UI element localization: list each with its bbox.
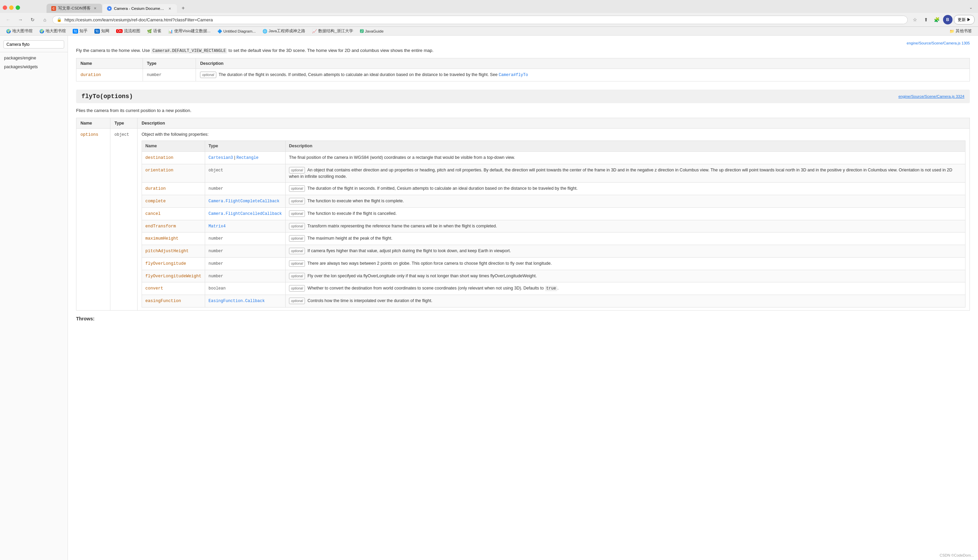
- content-inner: engine/Source/Scene/Camera.js 1305 Fly t…: [68, 36, 978, 335]
- flyto-source-link[interactable]: engine/Source/Scene/Camera.js 3324: [898, 94, 965, 98]
- bookmark-icon: 📊: [168, 29, 173, 33]
- bookmark-visio[interactable]: 📊 使用Visio建立数据...: [165, 28, 213, 34]
- desc-complete: optional The function to execute when th…: [285, 195, 965, 208]
- tab-cesium[interactable]: ● Camera - Cesium Documenta... ✕: [102, 4, 177, 13]
- param-duration2: duration: [145, 186, 166, 191]
- tab-close-csdn[interactable]: ✕: [93, 6, 97, 11]
- optional-badge-easing: optional: [289, 298, 305, 304]
- bookmark-more[interactable]: 📁 其他书签: [947, 28, 975, 34]
- address-bar[interactable]: 🔒 https://cesium.com/learn/cesiumjs/ref-…: [52, 16, 908, 24]
- extensions-button[interactable]: 🧩: [932, 15, 942, 25]
- desc-flyoverlonweight: optional Fly over the lon specifyed via …: [285, 270, 965, 282]
- table-row: maximumHeight number optional The maximu…: [142, 232, 965, 245]
- bookmark-yuque[interactable]: 🌿 语雀: [144, 28, 164, 34]
- desc-convert: optional Whether to convert the destinat…: [285, 282, 965, 295]
- update-button[interactable]: 更新 ▶: [954, 15, 975, 25]
- flyto-section-header: flyTo(options) engine/Source/Scene/Camer…: [76, 90, 970, 103]
- type-number2: number: [209, 186, 223, 191]
- back-button[interactable]: ←: [3, 15, 13, 25]
- optional-badge-maxheight: optional: [289, 235, 305, 242]
- bookmark-flow[interactable]: On 流流程图: [113, 28, 143, 34]
- bookmarks-bar: 🌍 地大图书馆 🌍 地大图书馆 知 知乎 知 知网 On 流流程图 🌿 语雀 📊…: [0, 27, 978, 36]
- type-matrix4-link[interactable]: Matrix4: [209, 224, 225, 229]
- table-row: endTransform Matrix4 optional Transform …: [142, 220, 965, 232]
- profile-button[interactable]: B: [943, 15, 953, 25]
- type-cartesian3-link[interactable]: Cartesian3: [209, 155, 233, 160]
- camera-flyto-link[interactable]: Camera#flyTo: [499, 73, 528, 77]
- bookmark-zhihu[interactable]: 知 知乎: [70, 28, 90, 34]
- bookmark-icon: 🌍: [6, 29, 11, 33]
- bookmark-label: 地大图书馆: [12, 28, 33, 33]
- param-orientation: orientation: [145, 168, 174, 173]
- table-row: flyOverLongitudeWeight number optional F…: [142, 270, 965, 282]
- nested-th-type: Type: [205, 141, 285, 152]
- desc-maxheight: optional The maximum height at the peak …: [285, 232, 965, 245]
- param-convert: convert: [145, 286, 164, 291]
- optional-badge-cancel: optional: [289, 210, 305, 217]
- bookmark-diagram[interactable]: 🔷 Untitled Diagram...: [215, 28, 259, 34]
- desc-easingfunction: optional Controls how the time is interp…: [285, 295, 965, 307]
- bookmark-label: Untitled Diagram...: [224, 29, 256, 33]
- type-number6: number: [209, 274, 223, 278]
- param-duration: duration: [80, 73, 101, 77]
- type-easing-link[interactable]: EasingFunction.Callback: [209, 299, 265, 303]
- forward-button[interactable]: →: [16, 15, 25, 25]
- bookmark-ds[interactable]: 📈 数据结构_浙江大学: [309, 28, 355, 34]
- bookmark-library1[interactable]: 🌍 地大图书馆: [3, 28, 35, 34]
- table-row: pitchAdjustHeight number optional If cam…: [142, 245, 965, 258]
- home-button[interactable]: ⌂: [40, 15, 50, 25]
- sidebar-item-widgets[interactable]: packages/widgets: [0, 62, 68, 71]
- tab-label-csdn: 写文章-CSDN博客: [58, 6, 91, 11]
- param-cancel: cancel: [145, 212, 160, 216]
- table-row-options: options object Object with the following…: [77, 128, 970, 310]
- intro-table: Name Type Description duration number op…: [76, 58, 970, 82]
- col-desc: Description: [196, 58, 970, 69]
- bookmark-label: 语雀: [153, 28, 161, 33]
- bookmark-label: 地大图书馆: [45, 28, 66, 33]
- type-number: number: [147, 73, 162, 77]
- type-rectangle-link[interactable]: Rectangle: [236, 155, 259, 160]
- bookmark-icon: 🌐: [262, 29, 267, 33]
- bookmark-java[interactable]: 🌐 Java工程师成神之路: [260, 28, 308, 34]
- param-endtransform: endTransform: [145, 224, 176, 229]
- bookmark-javaguide[interactable]: J JavaGuide: [357, 28, 386, 34]
- param-complete: complete: [145, 199, 166, 203]
- bookmark-zhiwang[interactable]: 知 知网: [92, 28, 112, 34]
- options-desc: Object with the following properties:: [142, 132, 209, 137]
- desc-pitchadjust: optional If camera flyes higher than tha…: [285, 245, 965, 258]
- table-row: duration number optional The duration of…: [142, 183, 965, 195]
- tab-close-cesium[interactable]: ✕: [167, 6, 172, 11]
- sidebar-search-area: [0, 38, 68, 50]
- optional-badge-orientation: optional: [289, 167, 305, 173]
- table-row: duration number optional The duration of…: [77, 69, 970, 82]
- reload-button[interactable]: ↻: [28, 15, 37, 25]
- optional-badge-duration: optional: [289, 185, 305, 192]
- optional-badge-pitch: optional: [289, 248, 305, 254]
- toolbar-actions: ☆ ⬆ 🧩 B 更新 ▶: [910, 15, 975, 25]
- tab-bar-actions: ⌄: [969, 5, 975, 10]
- share-button[interactable]: ⬆: [921, 15, 931, 25]
- maximize-button[interactable]: [16, 5, 20, 10]
- bookmark-library2[interactable]: 🌍 地大图书馆: [37, 28, 68, 34]
- optional-badge-flyoverlonweight: optional: [289, 273, 305, 279]
- type-complete-callback-link[interactable]: Camera.FlightCompleteCallback: [209, 199, 279, 203]
- th-name: Name: [77, 118, 110, 128]
- bookmark-icon: 知: [94, 29, 100, 33]
- minimize-button[interactable]: [9, 5, 13, 10]
- type-number3: number: [209, 236, 223, 241]
- tab-csdn[interactable]: C 写文章-CSDN博客 ✕: [47, 4, 102, 13]
- type-cancel-callback-link[interactable]: Camera.FlightCancelledCallback: [209, 212, 282, 216]
- new-tab-button[interactable]: +: [178, 3, 188, 13]
- sidebar-item-engine[interactable]: packages/engine: [0, 53, 68, 62]
- bookmark-icon: 🌿: [147, 29, 152, 33]
- col-type: Type: [143, 58, 196, 69]
- source-link-top: engine/Source/Scene/Camera.js 1305: [76, 41, 970, 45]
- nested-properties-table: Name Type Description destination: [142, 140, 965, 307]
- desc-orientation: optional An object that contains either …: [285, 164, 965, 183]
- nested-th-name: Name: [142, 141, 205, 152]
- close-button[interactable]: [3, 5, 7, 10]
- sidebar-search-input[interactable]: [3, 40, 64, 48]
- bookmark-button[interactable]: ☆: [910, 15, 920, 25]
- table-row: complete Camera.FlightCompleteCallback o…: [142, 195, 965, 208]
- bookmark-folder-icon: 📁: [950, 29, 954, 33]
